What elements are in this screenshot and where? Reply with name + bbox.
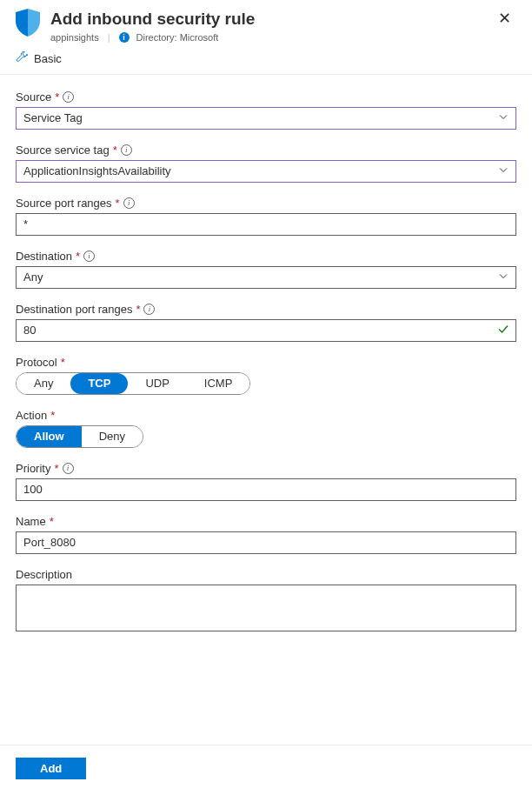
source-port-ranges-input[interactable] (16, 213, 516, 236)
required-asterisk: * (136, 303, 140, 316)
required-asterisk: * (76, 250, 80, 263)
label-text: Source service tag (16, 144, 110, 157)
action-option-deny[interactable]: Deny (82, 426, 143, 447)
label-text: Destination (16, 250, 72, 263)
field-description: Description (16, 568, 516, 634)
required-asterisk: * (55, 90, 59, 104)
label-text: Destination port ranges (16, 303, 132, 316)
info-icon[interactable]: i (143, 304, 155, 315)
directory-label: Directory: Microsoft (136, 32, 219, 43)
protocol-label: Protocol * (16, 356, 516, 369)
priority-label: Priority * i (16, 462, 516, 475)
field-destination-port-ranges: Destination port ranges * i (16, 303, 516, 342)
label-text: Source port ranges (16, 197, 112, 210)
action-label: Action * (16, 409, 516, 422)
page-title: Add inbound security rule (50, 9, 482, 30)
field-priority: Priority * i (16, 462, 516, 501)
select-value: Service Tag (23, 111, 83, 124)
name-input[interactable] (16, 531, 516, 554)
required-asterisk: * (54, 462, 58, 475)
action-segment-group: Allow Deny (16, 425, 143, 448)
select-value: ApplicationInsightsAvailability (23, 164, 171, 177)
close-icon: ✕ (498, 10, 511, 27)
label-text: Priority (16, 462, 50, 475)
protocol-option-tcp[interactable]: TCP (70, 373, 128, 394)
add-button[interactable]: Add (16, 758, 86, 779)
panel-header: Add inbound security rule appinsights | … (0, 0, 532, 43)
info-icon[interactable]: i (63, 463, 74, 474)
protocol-option-icmp[interactable]: ICMP (187, 373, 250, 394)
destination-port-ranges-wrap (16, 319, 516, 342)
field-source-port-ranges: Source port ranges * i (16, 197, 516, 236)
divider: | (106, 32, 112, 43)
source-label: Source * i (16, 90, 516, 104)
label-text: Protocol (16, 356, 57, 369)
protocol-option-udp[interactable]: UDP (128, 373, 186, 394)
required-asterisk: * (116, 197, 120, 210)
chevron-down-icon (498, 111, 509, 124)
info-icon[interactable]: i (63, 91, 74, 103)
destination-port-ranges-input[interactable] (16, 319, 516, 342)
description-input[interactable] (16, 585, 516, 631)
label-text: Description (16, 568, 72, 581)
label-text: Action (16, 409, 47, 422)
source-port-ranges-label: Source port ranges * i (16, 197, 516, 210)
action-option-allow[interactable]: Allow (17, 426, 82, 447)
destination-select[interactable]: Any (16, 266, 516, 289)
source-select[interactable]: Service Tag (16, 107, 516, 130)
close-button[interactable]: ✕ (493, 9, 516, 28)
title-block: Add inbound security rule appinsights | … (50, 9, 482, 43)
destination-port-ranges-label: Destination port ranges * i (16, 303, 516, 316)
source-service-tag-label: Source service tag * i (16, 144, 516, 157)
field-destination: Destination * i Any (16, 250, 516, 289)
select-value: Any (23, 271, 43, 284)
chevron-down-icon (498, 164, 509, 177)
label-text: Name (16, 515, 46, 528)
footer: Add (0, 745, 532, 795)
field-protocol: Protocol * Any TCP UDP ICMP (16, 356, 516, 395)
required-asterisk: * (113, 144, 117, 157)
subtitle-row: appinsights | i Directory: Microsoft (50, 32, 482, 43)
required-asterisk: * (50, 409, 55, 422)
checkmark-icon (497, 323, 509, 337)
required-asterisk: * (50, 515, 54, 528)
info-icon[interactable]: i (121, 144, 132, 156)
protocol-segment-group: Any TCP UDP ICMP (16, 372, 250, 395)
required-asterisk: * (61, 356, 65, 369)
source-service-tag-select[interactable]: ApplicationInsightsAvailability (16, 160, 516, 183)
resource-name: appinsights (50, 32, 99, 43)
form-area: Source * i Service Tag Source service ta… (0, 75, 532, 634)
basic-toggle[interactable]: Basic (34, 52, 62, 65)
field-source: Source * i Service Tag (16, 90, 516, 130)
info-icon[interactable]: i (83, 251, 95, 262)
chevron-down-icon (498, 271, 509, 284)
label-text: Source (16, 90, 51, 104)
name-label: Name * (16, 515, 516, 528)
toolbar: Basic (0, 43, 532, 75)
priority-input[interactable] (16, 478, 516, 501)
destination-label: Destination * i (16, 250, 516, 263)
info-icon: i (119, 32, 130, 43)
field-action: Action * Allow Deny (16, 409, 516, 448)
field-source-service-tag: Source service tag * i ApplicationInsigh… (16, 144, 516, 183)
wrench-icon (16, 51, 29, 67)
info-icon[interactable]: i (123, 197, 135, 209)
description-label: Description (16, 568, 516, 581)
protocol-option-any[interactable]: Any (17, 373, 70, 394)
shield-icon (16, 9, 40, 39)
field-name: Name * (16, 515, 516, 554)
